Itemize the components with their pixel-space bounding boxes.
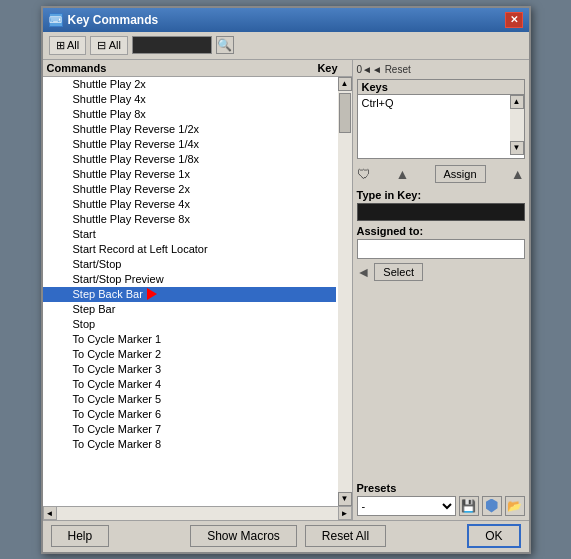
keys-value: Ctrl+Q [362,97,506,109]
scroll-up-button[interactable]: ▲ [338,77,352,91]
red-arrow-indicator [147,288,157,300]
toolbar: ⊞ All ⊟ All 🔍 [43,32,529,60]
assigned-to-content [357,239,525,259]
list-item[interactable]: Shuttle Play Reverse 1/4x [43,137,336,152]
bottom-bar: Help Show Macros Reset All OK [43,520,529,552]
list-item[interactable]: Start Record at Left Locator [43,242,336,257]
list-item[interactable]: To Cycle Marker 6 [43,407,336,422]
list-item[interactable]: Shuttle Play 4x [43,92,336,107]
arrow-up2-icon: ▲ [511,166,525,182]
horizontal-scrollbar[interactable]: ◄ ► [43,506,352,520]
list-item[interactable]: Shuttle Play Reverse 1x [43,167,336,182]
close-button[interactable]: ✕ [505,12,523,28]
assigned-to-section: Assigned to: [357,225,525,259]
assign-row: 🛡 ▲ Assign ▲ [357,163,525,185]
scroll-track[interactable] [338,91,352,492]
list-item[interactable]: Stop [43,317,336,332]
keys-content: Ctrl+Q [358,95,524,155]
key-commands-window: ⌨ Key Commands ✕ ⊞ All ⊟ All 🔍 Commands … [41,6,531,554]
save-preset-button[interactable]: 💾 [459,496,479,516]
select-button[interactable]: Select [374,263,423,281]
arrow-up-icon: ▲ [396,166,410,182]
list-scroll-area: Shuttle Play 2x Shuttle Play 4x Shuttle … [43,77,352,506]
arrow-left-icon: ◄ [357,264,371,280]
presets-label: Presets [357,482,525,494]
commands-column-header: Commands [47,62,308,74]
presets-select[interactable]: - [357,496,456,516]
keys-scroll-container: Ctrl+Q ▲ ▼ [358,95,524,155]
list-item[interactable]: To Cycle Marker 8 [43,437,336,452]
keys-scroll-track[interactable] [510,109,524,141]
list-item[interactable]: To Cycle Marker 3 [43,362,336,377]
assign-button[interactable]: Assign [435,165,486,183]
list-item[interactable]: Start/Stop [43,257,336,272]
window-title: Key Commands [68,13,159,27]
list-item[interactable]: Shuttle Play Reverse 2x [43,182,336,197]
window-icon: ⌨ [49,13,63,27]
search-input[interactable] [132,36,212,54]
bottom-center: Show Macros Reset All [190,525,386,547]
left-panel: Commands Key Shuttle Play 2x Shuttle Pla… [43,60,353,520]
right-panel: 0◄◄ Reset Keys Ctrl+Q ▲ ▼ 🛡 [353,60,529,520]
list-item[interactable]: To Cycle Marker 1 [43,332,336,347]
list-item[interactable]: Shuttle Play Reverse 1/2x [43,122,336,137]
list-item-selected[interactable]: Step Back Bar [43,287,336,302]
list-item[interactable]: Shuttle Play Reverse 4x [43,197,336,212]
keys-scroll-up[interactable]: ▲ [510,95,524,109]
scroll-down-button[interactable]: ▼ [338,492,352,506]
type-in-key-section: Type in Key: [357,189,525,221]
reset-button[interactable]: 0◄◄ Reset [357,64,411,75]
vertical-scrollbar[interactable]: ▲ ▼ [338,77,352,506]
list-item[interactable]: Shuttle Play Reverse 1/8x [43,152,336,167]
list-item[interactable]: Start/Stop Preview [43,272,336,287]
key-column-header: Key [308,62,348,74]
type-in-key-label: Type in Key: [357,189,525,201]
type-in-key-input[interactable] [357,203,525,221]
folder-icon: 📂 [507,499,522,513]
save-icon: 💾 [461,499,476,513]
commands-list: Shuttle Play 2x Shuttle Play 4x Shuttle … [43,77,352,506]
preset-folder-button[interactable]: 📂 [505,496,525,516]
preset-shield-button[interactable] [482,496,502,516]
keys-header: Keys [358,80,524,95]
list-item[interactable]: To Cycle Marker 4 [43,377,336,392]
main-area: Commands Key Shuttle Play 2x Shuttle Pla… [43,60,529,520]
scroll-right-button[interactable]: ► [338,506,352,520]
ok-button[interactable]: OK [467,524,520,548]
list-item[interactable]: Shuttle Play Reverse 8x [43,212,336,227]
shield-icon [486,499,498,513]
assign-button-label: Assign [444,168,477,180]
up-arrow-icon: 🛡 [357,166,371,182]
list-item[interactable]: To Cycle Marker 2 [43,347,336,362]
help-button[interactable]: Help [51,525,110,547]
assigned-to-label: Assigned to: [357,225,525,237]
list-item[interactable]: To Cycle Marker 5 [43,392,336,407]
scroll-left-button[interactable]: ◄ [43,506,57,520]
show-macros-button[interactable]: Show Macros [190,525,297,547]
list-item[interactable]: Step Bar [43,302,336,317]
title-bar: ⌨ Key Commands ✕ [43,8,529,32]
list-item[interactable]: Shuttle Play 2x [43,77,336,92]
expand-all-button[interactable]: ⊞ All [49,36,87,55]
list-header: Commands Key [43,60,352,77]
list-item[interactable]: Shuttle Play 8x [43,107,336,122]
reset-all-button[interactable]: Reset All [305,525,386,547]
list-item[interactable]: To Cycle Marker 7 [43,422,336,437]
keys-scroll-down[interactable]: ▼ [510,141,524,155]
presets-row: - 💾 📂 [357,496,525,516]
select-button-label: Select [383,266,414,278]
keys-scrollbar[interactable]: ▲ ▼ [510,95,524,155]
search-icon[interactable]: 🔍 [216,36,234,54]
keys-section: Keys Ctrl+Q ▲ ▼ [357,79,525,159]
list-item[interactable]: Start [43,227,336,242]
collapse-all-button[interactable]: ⊟ All [90,36,128,55]
presets-section: Presets - 💾 📂 [357,482,525,516]
h-scroll-track[interactable] [57,507,338,520]
select-row: ◄ Select [357,263,525,281]
scroll-thumb[interactable] [339,93,351,133]
title-bar-left: ⌨ Key Commands [49,13,159,27]
reset-bar: 0◄◄ Reset [357,64,525,75]
